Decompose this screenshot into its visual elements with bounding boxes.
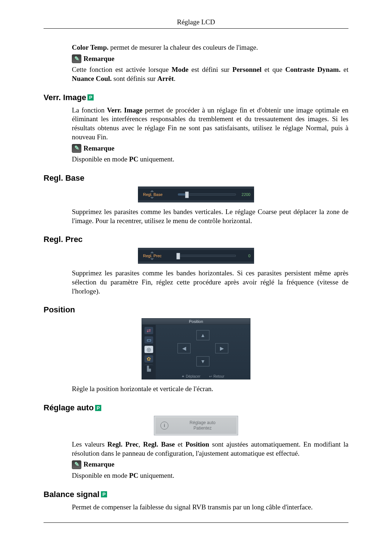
slider-knob[interactable] — [176, 253, 180, 259]
p-badge-icon: P — [101, 491, 107, 497]
verr-image-heading-text: Verr. Image — [44, 93, 86, 102]
regl-prec-heading: Regl. Prec — [44, 235, 348, 244]
slider-value: 0 — [240, 254, 250, 258]
reglage-auto-body: Les valeurs Regl. Prec, Regl. Base et Po… — [72, 440, 348, 458]
chart-icon[interactable]: ▙ — [144, 365, 153, 372]
regl-base-slider[interactable]: Regl. Base 2200 — [138, 186, 254, 202]
balance-signal-heading-text: Balance signal — [44, 490, 99, 499]
target-icon[interactable]: ◎ — [144, 346, 153, 353]
slider-knob[interactable] — [185, 192, 189, 198]
position-side-icons: ⇄ ▭ ◎ ✿ ▙ — [142, 325, 156, 379]
return-hint: ↩ Retour — [209, 374, 224, 378]
note-icon: ✎ — [72, 144, 81, 153]
page-header: Réglage LCD — [44, 18, 348, 26]
balance-signal-body: Permet de compenser la faiblesse du sign… — [72, 503, 348, 512]
info-icon: i — [160, 422, 168, 430]
color-temp-paragraph: Color Temp. permet de mesurer la chaleur… — [72, 43, 348, 52]
move-up-button[interactable]: ▲ — [196, 330, 209, 340]
slider-label: Regl. Base — [143, 192, 163, 197]
gear-icon[interactable]: ✿ — [144, 355, 153, 362]
top-rule — [44, 28, 348, 29]
p-badge-icon: P — [95, 405, 101, 411]
reglage-auto-heading-text: Réglage auto — [44, 403, 94, 413]
regl-base-heading: Regl. Base — [44, 173, 348, 183]
note-icon: ✎ — [72, 54, 81, 63]
position-menu-title: Position — [142, 318, 250, 325]
popup-line1: Réglage auto — [189, 420, 215, 425]
auto-adjust-popup: i Réglage auto Patientez — [154, 416, 238, 435]
position-heading: Position — [44, 305, 348, 315]
regl-base-body: Supprimez les parasites comme les bandes… — [72, 208, 348, 225]
note-label: Remarque — [83, 460, 114, 469]
slider-label: Regl. Prec — [143, 254, 162, 258]
color-temp-note-body: Cette fonction est activée lorsque Mode … — [72, 65, 348, 83]
bottom-rule — [44, 522, 348, 523]
position-body: Règle la position horizontale et vertica… — [72, 385, 348, 394]
verr-image-note-body: Disponible en mode PC uniquement. — [72, 155, 348, 164]
verr-image-body: La fonction Verr. Image permet de procéd… — [72, 106, 348, 142]
move-hint: ✦ Déplacer — [181, 374, 200, 378]
display-icon[interactable]: ▭ — [144, 336, 153, 344]
balance-signal-heading: Balance signal P — [44, 490, 348, 499]
note-icon: ✎ — [72, 460, 81, 469]
note-label: Remarque — [83, 54, 114, 63]
regl-prec-slider[interactable]: Regl. Prec 0 — [138, 248, 254, 264]
verr-image-heading: Verr. Image P — [44, 93, 348, 102]
note-label: Remarque — [83, 144, 114, 153]
popup-line2: Patientez — [193, 426, 212, 431]
move-left-button[interactable]: ◀ — [177, 343, 191, 353]
position-menu[interactable]: Position ⇄ ▭ ◎ ✿ ▙ ▲ ◀ ▶ ▼ — [142, 318, 250, 379]
slider-value: 2200 — [240, 192, 250, 197]
regl-prec-body: Supprimez les parasites comme les bandes… — [72, 269, 348, 296]
reglage-auto-note-body: Disponible en mode PC uniquement. — [72, 471, 348, 480]
move-down-button[interactable]: ▼ — [196, 356, 209, 366]
p-badge-icon: P — [87, 94, 94, 100]
arrows-icon[interactable]: ⇄ — [144, 327, 153, 334]
move-right-button[interactable]: ▶ — [215, 343, 228, 353]
reglage-auto-heading: Réglage auto P — [44, 403, 348, 413]
